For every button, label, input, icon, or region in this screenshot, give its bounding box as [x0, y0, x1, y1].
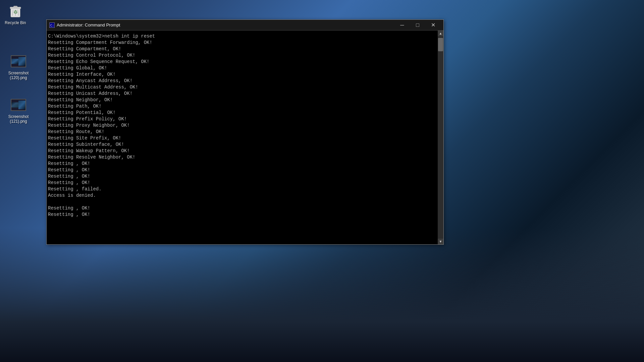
screenshot-120-icon[interactable]: Screenshot(120).png [3, 52, 34, 82]
cmd-window: C: Administrator: Command Prompt ─ □ ✕ C… [46, 19, 444, 245]
screenshot-121-image [10, 97, 26, 113]
svg-rect-2 [13, 6, 17, 7]
screenshot-121-label: Screenshot(121).png [8, 114, 29, 124]
recycle-bin-image: ♻ [7, 3, 23, 19]
svg-rect-10 [11, 102, 18, 107]
screenshot-120-label: Screenshot(120).png [8, 71, 29, 80]
recycle-bin-label: Recycle Bin [5, 20, 26, 25]
scroll-track[interactable] [438, 36, 443, 239]
maximize-button[interactable]: □ [410, 20, 425, 31]
cmd-window-controls: ─ □ ✕ [394, 20, 441, 31]
svg-text:♻: ♻ [13, 9, 18, 15]
close-button[interactable]: ✕ [425, 20, 441, 31]
screenshot-121-icon[interactable]: Screenshot(121).png [3, 96, 34, 125]
cmd-title: Administrator: Command Prompt [57, 22, 394, 27]
scroll-up-arrow[interactable]: ▲ [438, 31, 443, 36]
scroll-down-arrow[interactable]: ▼ [438, 239, 443, 244]
svg-rect-8 [11, 59, 18, 64]
cmd-scrollbar[interactable]: ▲ ▼ [438, 31, 443, 244]
cmd-body: C:\Windows\system32>netsh int ip reset R… [47, 31, 443, 244]
scroll-thumb[interactable] [438, 38, 443, 51]
screenshot-120-image [10, 53, 26, 69]
minimize-button[interactable]: ─ [394, 20, 410, 31]
cmd-output[interactable]: C:\Windows\system32>netsh int ip reset R… [47, 31, 438, 244]
svg-text:C:: C: [50, 24, 54, 27]
cmd-titlebar[interactable]: C: Administrator: Command Prompt ─ □ ✕ [47, 20, 443, 31]
recycle-bin-icon[interactable]: ♻ Recycle Bin [0, 2, 31, 26]
cmd-window-icon: C: [49, 22, 55, 28]
